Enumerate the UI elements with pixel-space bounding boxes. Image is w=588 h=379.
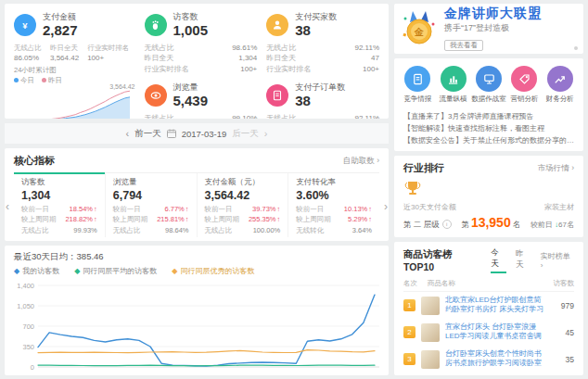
stat-value: 1,304 [238, 53, 257, 64]
stat-label: 行业实时排名 [87, 44, 129, 53]
metrics-right-column: 支付买家数 38 无线占比92.11% 昨日全天47 行业实时排名100+ [266, 11, 379, 111]
metrics-middle-column: 访客数 1,005 无线占比98.61% 昨日全天1,304 行业实时排名100… [145, 11, 258, 111]
next-chevron-icon[interactable]: › [264, 128, 268, 139]
industry-rank-value: 第13,950名 [461, 215, 520, 231]
core-metric-tabs: 访客数 1,304 较前一日18.54%↑ 较上周同期218.82%↑ 无线占比… [14, 172, 379, 237]
prev-day-button[interactable]: 前一天 [134, 128, 161, 140]
up-arrow-icon: ↑ [94, 214, 97, 224]
tab-payment-amount[interactable]: 支付金额（元） 3,564.42 较前一日39.73%↑ 较上周同期255.35… [197, 173, 288, 237]
carousel-dot-icon[interactable] [574, 46, 578, 50]
module-competition[interactable]: 竞争情报 [400, 66, 435, 104]
legend-label: 今日 [20, 76, 34, 84]
info-icon[interactable]: i [442, 220, 452, 229]
tab-yesterday[interactable]: 昨天 [516, 248, 531, 272]
stat-value: 99.10% [232, 113, 257, 119]
top10-row[interactable]: 1 北欧宜家LED台灯护眼创意简约卧室灯书房灯 床头夹灯学习阅读台灯 979 [403, 292, 574, 319]
market-link[interactable]: 市场行情 › [538, 163, 574, 174]
svg-text:700: 700 [22, 322, 34, 331]
industry-ranking-card: 行业排行 市场行情 › 近30天支付金额 家装主材 第 二 层级i 第13,95… [394, 156, 583, 237]
banner-title: 金牌讲师大联盟 [444, 6, 542, 20]
order-icon [266, 84, 288, 107]
ranking-category: 家装主材 [544, 202, 574, 212]
rank-badge: 2 [403, 326, 415, 338]
module-marketing[interactable]: 营销分析 [506, 66, 542, 104]
top10-row[interactable]: 3 台灯卧室床头创意个性时尚书房书桌旅行护眼学习阅读卧室灯礼物台灯 35 [403, 346, 574, 373]
calendar-icon [167, 129, 176, 138]
competition-doc-icon [404, 66, 430, 92]
trophy-icon [403, 180, 422, 196]
product-thumbnail [421, 323, 440, 342]
up-arrow-icon: ↑ [368, 204, 372, 214]
banner-cta-button[interactable]: 我去看看 [444, 40, 483, 51]
product-name-link[interactable]: 宜家台灯床头 台灯卧室浪漫LED学习阅读儿童书桌宿舍调光木质台灯 [445, 322, 544, 342]
stat-label: 昨日全天 [266, 53, 296, 64]
stat-label: 无线占比 [145, 43, 174, 54]
top10-title: 商品访客榜TOP10 [403, 248, 481, 272]
module-traffic[interactable]: 流量纵横 [435, 66, 470, 104]
rank-badge: 3 [403, 353, 415, 365]
tabs-scroll-right-icon[interactable]: › [384, 200, 388, 213]
up-arrow-icon: ↑ [185, 204, 189, 214]
stat-value: 100+ [240, 64, 257, 75]
stat-value: 100+ [87, 54, 129, 62]
stat-value: 47 [371, 53, 379, 64]
trend-arrow-icon [547, 66, 573, 92]
gold-medal-icon: 金 [402, 9, 437, 48]
metric-value: 38 [295, 94, 345, 109]
stat-label: 行业实时排名 [145, 64, 189, 75]
svg-text:350: 350 [22, 343, 34, 351]
top10-column-headers: 名次 商品名称 访客数 [403, 279, 574, 292]
tabs-scroll-left-icon[interactable]: ‹ [6, 200, 9, 213]
notice-item[interactable]: 【数据安全公告】关于禁止任何形式的数据分享的公告 [403, 134, 574, 146]
svg-text:¥: ¥ [22, 19, 28, 30]
legend-my-visitors[interactable]: ◆我的访客数 [14, 266, 59, 276]
top10-row[interactable]: 2 宜家台灯床头 台灯卧室浪漫LED学习阅读儿童书桌宿舍调光木质台灯 45 [403, 319, 574, 346]
promo-banner[interactable]: 金 金牌讲师大联盟 携手“17”登封造极 我去看看 [394, 4, 583, 54]
section-title: 行业排行 [403, 161, 444, 175]
payment-stats: 无线占比86.05% 昨日全天3,564.42 行业实时排名100+ [14, 44, 135, 62]
yesterday-dot-icon [42, 78, 46, 82]
pageviews-metric: 浏览量 5,439 无线占比99.10% 昨日全天6,794 [145, 82, 258, 119]
core-metrics-card: 核心指标 自助取数 › ‹ › 访客数 1,304 较前一日18.54%↑ 较上… [5, 148, 389, 241]
product-name-link[interactable]: 台灯卧室床头创意个性时尚书房书桌旅行护眼学习阅读卧室灯礼物台灯 [445, 349, 544, 369]
self-service-data-link[interactable]: 自助取数 › [343, 156, 379, 167]
tab-pageviews[interactable]: 浏览量 6,794 较前一日6.77%↑ 较上周同期215.81%↑ 无线占比9… [105, 173, 197, 237]
up-arrow-icon: ↑ [368, 214, 372, 224]
date-display[interactable]: 2017-03-19 [182, 129, 227, 139]
notice-item[interactable]: 【智能解读】快速查找指标注释，看图主程 [403, 122, 574, 134]
up-arrow-icon: ↑ [185, 214, 189, 224]
module-war-room[interactable]: 数据作战室 [471, 66, 506, 104]
stat-value: 92.11% [354, 43, 379, 54]
product-name-link[interactable]: 北欧宜家LED台灯护眼创意简约卧室灯书房灯 床头夹灯学习阅读台灯 [445, 296, 544, 315]
module-finance[interactable]: 财务分析 [543, 66, 578, 104]
tab-conversion-rate[interactable]: 支付转化率 3.60% 较前一日10.13%↑ 较上周同期5.29%↑ 无线转化… [288, 173, 379, 237]
tab-visitors[interactable]: 访客数 1,304 较前一日18.54%↑ 较上周同期218.82%↑ 无线占比… [14, 173, 105, 237]
rank-badge: 1 [403, 299, 415, 311]
legend-peer-average[interactable]: ◆同行同层平均的访客数 [74, 266, 157, 276]
stat-label: 无线占比 [266, 113, 296, 119]
stat-label: 昨日全天 [50, 44, 79, 53]
next-day-button[interactable]: 后一天 [232, 128, 259, 140]
today-dot-icon [14, 78, 19, 82]
mini-24h-chart: 3,564.42 6121823 [14, 87, 135, 120]
stat-value: 98.61% [232, 43, 257, 54]
prev-chevron-icon[interactable]: ‹ [126, 128, 130, 139]
suborders-metric: 支付子订单数 38 无线占比92.11% 昨日全天58 [266, 82, 379, 119]
realtime-rank-link[interactable]: 实时榜单 › [541, 251, 574, 270]
top10-row[interactable]: 4 北欧宜家个性美式实木台灯 简约现代 17 [403, 373, 574, 375]
stat-label: 无线占比 [266, 43, 296, 54]
trend-chart-svg: 03507001,0501,400 [14, 278, 379, 376]
mini-chart-svg [14, 87, 133, 120]
footprint-icon [145, 14, 167, 36]
trend-subtitle: 最近30天日均：385.46 [14, 251, 379, 263]
date-navigation: ‹ 前一天 2017-03-19 后一天 › [5, 123, 389, 144]
section-title: 核心指标 [14, 154, 55, 168]
metric-value: 5,439 [173, 94, 209, 109]
up-arrow-icon: ↑ [277, 214, 281, 224]
tab-today[interactable]: 今天 [491, 247, 506, 273]
ranking-period-label: 近30天支付金额 [403, 202, 456, 212]
notice-item[interactable]: 【直播来了】3月金牌讲师直播课程预告 [403, 110, 574, 122]
stat-label: 昨日全天 [145, 53, 174, 64]
metric-value: 2,827 [43, 23, 78, 39]
legend-peer-excellent[interactable]: ◆同行同层优秀的访客数 [172, 266, 254, 276]
